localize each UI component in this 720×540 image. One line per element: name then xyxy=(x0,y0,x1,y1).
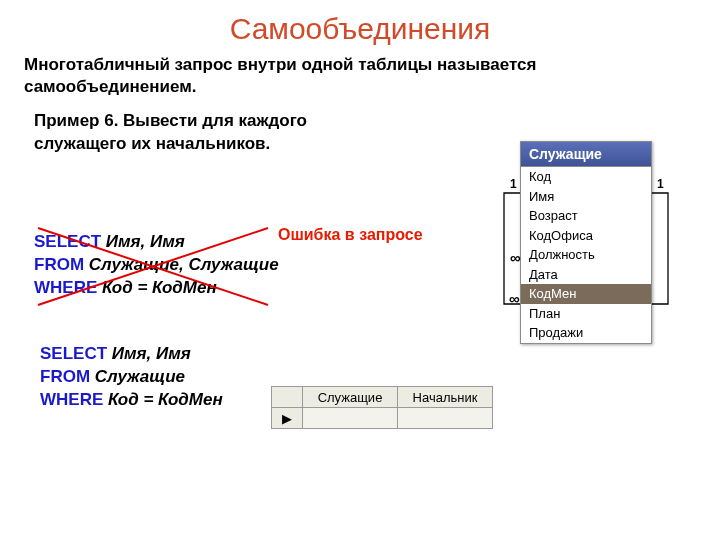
table-field: Дата xyxy=(521,265,651,285)
query-block-1: SELECT Имя, Имя FROM Служащие, Служащие … xyxy=(34,231,294,300)
table-field: КодОфиса xyxy=(521,226,651,246)
where-cond: Код = КодМен xyxy=(97,278,216,297)
select-fields: Имя, Имя xyxy=(101,232,185,251)
error-label: Ошибка в запросе xyxy=(278,226,423,244)
keyword-from: FROM xyxy=(34,255,84,274)
table-field: КодМен xyxy=(521,284,651,304)
select-fields: Имя, Имя xyxy=(107,344,191,363)
table-field: Продажи xyxy=(521,323,651,343)
table-field: План xyxy=(521,304,651,324)
table-field: Код xyxy=(521,167,651,187)
where-cond: Код = КодМен xyxy=(103,390,222,409)
grid-cell xyxy=(303,408,398,429)
table-window-title: Служащие xyxy=(520,141,652,167)
rel-card-left-bottom: ∞ xyxy=(510,249,521,266)
grid-corner xyxy=(272,387,303,408)
rel-card-right-top: 1 xyxy=(657,177,664,191)
keyword-select: SELECT xyxy=(40,344,107,363)
table-window: Служащие КодИмяВозрастКодОфисаДолжностьД… xyxy=(520,141,652,344)
grid-col-2: Начальник xyxy=(398,387,493,408)
keyword-where: WHERE xyxy=(34,278,97,297)
keyword-from: FROM xyxy=(40,367,90,386)
example-text: Пример 6. Вывести для каждого служащего … xyxy=(34,110,344,156)
grid-col-1: Служащие xyxy=(303,387,398,408)
page-title: Самообъединения xyxy=(0,12,720,46)
grid-cell xyxy=(398,408,493,429)
keyword-select: SELECT xyxy=(34,232,101,251)
query-block-2: SELECT Имя, Имя FROM Служащие WHERE Код … xyxy=(40,343,280,412)
table-field: Имя xyxy=(521,187,651,207)
table-field: Возраст xyxy=(521,206,651,226)
keyword-where: WHERE xyxy=(40,390,103,409)
from-tables: Служащие xyxy=(90,367,185,386)
from-tables: Служащие, Служащие xyxy=(84,255,279,274)
rel-card-left-top: 1 xyxy=(510,177,517,191)
result-grid: Служащие Начальник ▶ xyxy=(271,386,493,429)
grid-row-marker: ▶ xyxy=(272,408,303,429)
table-field: Должность xyxy=(521,245,651,265)
table-field-list: КодИмяВозрастКодОфисаДолжностьДатаКодМен… xyxy=(520,167,652,344)
rel-card-right-bottom: ∞ xyxy=(509,290,520,307)
definition-text: Многотабличный запрос внутри одной табли… xyxy=(24,54,696,98)
